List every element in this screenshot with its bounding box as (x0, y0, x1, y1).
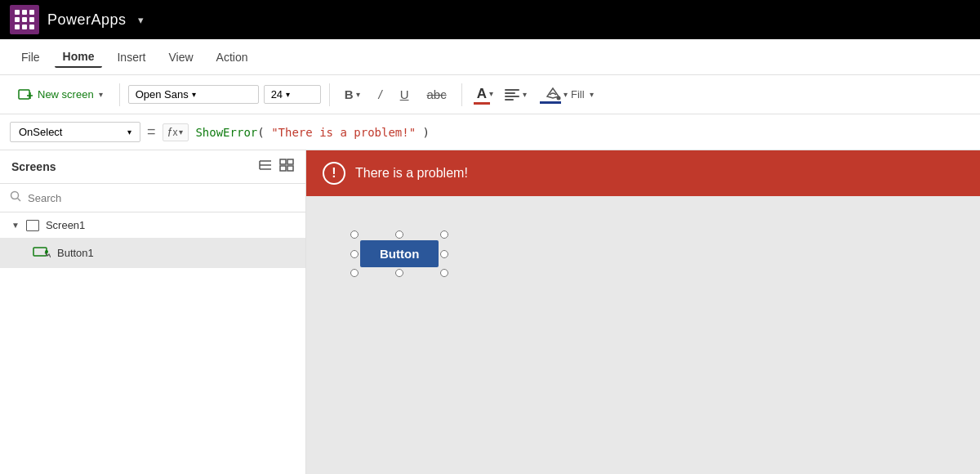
sidebar-item-button1[interactable]: Button1 (0, 238, 305, 268)
handle-br[interactable] (440, 269, 448, 277)
screen1-label: Screen1 (46, 219, 85, 231)
new-screen-label: New screen (38, 88, 94, 101)
toolbar-separator-2 (329, 83, 330, 106)
fill-chevron: ▾ (564, 90, 568, 99)
formula-string: "There is a problem!" (271, 126, 416, 139)
svg-rect-0 (19, 90, 29, 99)
app-title-dropdown[interactable]: ▾ (138, 14, 144, 26)
font-size-dropdown[interactable]: 24 ▾ (264, 85, 321, 104)
tree-chevron-screen1: ▼ (11, 221, 20, 230)
fill-button[interactable]: ▾ (538, 83, 568, 106)
toolbar-separator-1 (119, 83, 120, 106)
search-input[interactable] (28, 192, 296, 204)
menu-action[interactable]: Action (208, 47, 256, 67)
handle-tl[interactable] (350, 230, 359, 239)
new-screen-button[interactable]: New screen ▾ (10, 85, 111, 105)
waffle-icon[interactable] (10, 5, 39, 34)
strikethrough-button[interactable]: abc (421, 84, 453, 105)
top-bar: PowerApps ▾ (0, 0, 980, 39)
sidebar-header: Screens (0, 150, 305, 184)
font-size-value: 24 (271, 88, 283, 101)
formula-bar: OnSelect ▾ = f x ▾ ShowError( "There is … (0, 114, 980, 150)
error-banner: ! There is a problem! (306, 150, 980, 196)
main-layout: Screens (0, 150, 980, 474)
fill-icon (545, 87, 561, 101)
font-size-chevron: ▾ (286, 90, 290, 99)
property-dropdown[interactable]: OnSelect ▾ (10, 122, 140, 142)
menu-insert[interactable]: Insert (109, 47, 154, 67)
fill-color-bar (540, 101, 561, 104)
handle-tr[interactable] (440, 230, 448, 239)
font-color-label: A (477, 86, 487, 102)
button-element-icon (33, 244, 51, 262)
app-title: PowerApps (47, 11, 127, 29)
svg-point-15 (45, 250, 48, 253)
svg-rect-10 (280, 166, 286, 171)
fx-chevron: ▾ (179, 127, 183, 136)
fill-label: Fill (571, 88, 585, 101)
fx-label: f (168, 126, 172, 139)
screen-icon (26, 220, 39, 231)
formula-paren-close: ) (416, 126, 430, 139)
font-dropdown-chevron: ▾ (192, 90, 196, 99)
button1-label: Button1 (57, 247, 94, 259)
menu-bar: File Home Insert View Action (0, 39, 980, 75)
grid-view-icon[interactable] (279, 159, 294, 175)
handle-bl[interactable] (350, 269, 359, 277)
font-name: Open Sans (136, 88, 189, 101)
fx-x: x (172, 127, 177, 138)
align-button[interactable]: ▾ (498, 86, 533, 104)
error-icon: ! (323, 162, 345, 185)
svg-rect-14 (33, 248, 47, 256)
italic-label: / (378, 87, 381, 101)
new-screen-chevron: ▾ (99, 90, 103, 99)
sidebar: Screens (0, 150, 306, 474)
canvas-area: ! There is a problem! Button (306, 150, 980, 474)
new-screen-icon (18, 88, 33, 101)
handle-tm[interactable] (395, 230, 403, 239)
bold-label: B (345, 87, 354, 101)
italic-button[interactable]: / (372, 84, 388, 105)
handle-bm[interactable] (395, 269, 403, 277)
font-color-button[interactable]: A ▾ (470, 83, 493, 107)
equals-sign: = (147, 123, 156, 141)
align-chevron: ▾ (523, 90, 527, 99)
underline-button[interactable]: U (394, 84, 416, 105)
svg-rect-8 (280, 159, 286, 164)
bold-button[interactable]: B ▾ (338, 84, 368, 105)
svg-rect-11 (287, 166, 293, 171)
font-color-chevron: ▾ (489, 89, 493, 98)
font-color-bar (474, 102, 490, 105)
formula-keyword: ShowError (195, 126, 257, 139)
svg-point-3 (556, 96, 560, 100)
font-dropdown[interactable]: Open Sans ▾ (128, 85, 259, 104)
search-box (0, 184, 305, 212)
fill-label-chevron: ▾ (590, 90, 594, 99)
list-view-icon[interactable] (258, 159, 273, 175)
menu-home[interactable]: Home (55, 47, 103, 68)
property-name: OnSelect (19, 126, 62, 138)
sidebar-item-screen1[interactable]: ▼ Screen1 (0, 212, 305, 238)
canvas-button[interactable]: Button (360, 240, 439, 267)
sidebar-icon-group (258, 159, 294, 175)
svg-line-13 (18, 199, 21, 202)
search-icon (10, 190, 21, 205)
menu-view[interactable]: View (160, 47, 201, 67)
error-message: There is a problem! (355, 166, 468, 181)
align-icon (505, 89, 519, 101)
underline-label: U (400, 87, 409, 101)
handle-ml[interactable] (350, 250, 359, 258)
formula-paren-open: ( (257, 126, 271, 139)
formula-content[interactable]: ShowError( "There is a problem!" ) (195, 126, 970, 139)
svg-point-12 (11, 192, 19, 199)
menu-file[interactable]: File (13, 47, 48, 67)
property-chevron: ▾ (127, 127, 131, 136)
canvas-white[interactable]: Button (306, 196, 980, 474)
svg-rect-9 (287, 159, 293, 164)
canvas-button-wrapper: Button (355, 235, 443, 272)
fx-button[interactable]: f x ▾ (163, 123, 189, 141)
toolbar-separator-3 (461, 83, 462, 106)
strikethrough-label: abc (427, 87, 447, 101)
toolbar: New screen ▾ Open Sans ▾ 24 ▾ B ▾ / U ab… (0, 75, 980, 114)
handle-mr[interactable] (440, 250, 448, 258)
